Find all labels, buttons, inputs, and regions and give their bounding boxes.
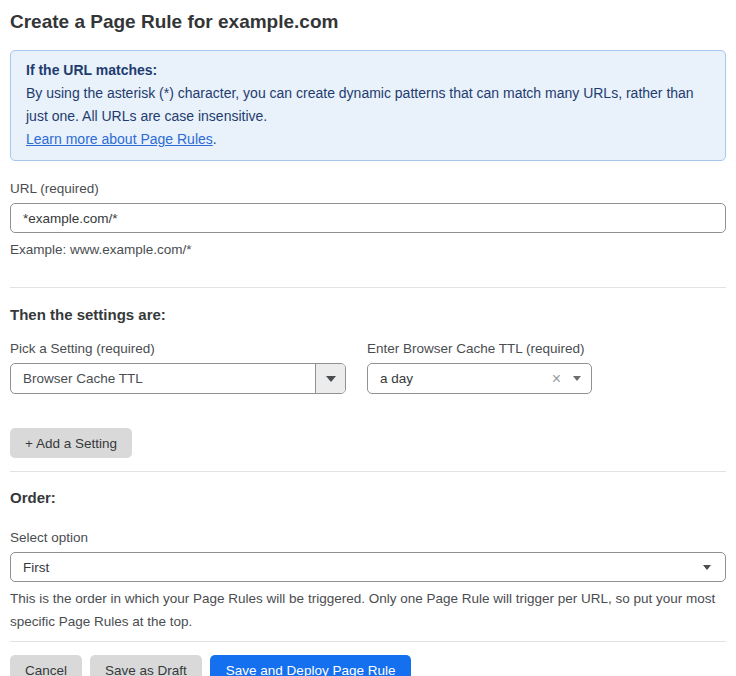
ttl-value: a day <box>380 371 552 386</box>
order-select[interactable]: First <box>10 552 726 582</box>
info-box-link-line: Learn more about Page Rules. <box>26 128 710 151</box>
learn-more-link[interactable]: Learn more about Page Rules <box>26 131 213 147</box>
order-helper-text: This is the order in which your Page Rul… <box>10 587 726 633</box>
pick-setting-select[interactable]: Browser Cache TTL <box>10 363 346 394</box>
url-input[interactable] <box>10 203 726 233</box>
url-matches-info-box: If the URL matches: By using the asteris… <box>10 50 726 161</box>
chevron-down-icon[interactable] <box>573 376 581 381</box>
save-and-deploy-button[interactable]: Save and Deploy Page Rule <box>210 655 412 676</box>
chevron-down-icon <box>703 565 711 570</box>
footer-button-row: Cancel Save as Draft Save and Deploy Pag… <box>10 655 726 676</box>
order-section-heading: Order: <box>10 489 726 506</box>
info-box-body: By using the asterisk (*) character, you… <box>26 82 710 128</box>
order-select-label: Select option <box>10 530 726 545</box>
section-divider <box>10 287 726 288</box>
pick-setting-value: Browser Cache TTL <box>11 364 315 393</box>
page-title: Create a Page Rule for example.com <box>10 10 726 34</box>
url-helper-text: Example: www.example.com/* <box>10 238 726 261</box>
url-field-label: URL (required) <box>10 181 726 196</box>
ttl-combobox[interactable]: a day × <box>367 363 592 394</box>
pick-setting-arrow-segment[interactable] <box>315 364 345 393</box>
cancel-button[interactable]: Cancel <box>10 655 82 676</box>
chevron-down-icon <box>326 376 336 382</box>
clear-icon[interactable]: × <box>552 371 561 387</box>
info-box-heading: If the URL matches: <box>26 59 710 82</box>
add-setting-button[interactable]: + Add a Setting <box>10 428 132 458</box>
save-as-draft-button[interactable]: Save as Draft <box>90 655 202 676</box>
link-period: . <box>213 131 217 147</box>
section-divider <box>10 471 726 472</box>
pick-setting-label: Pick a Setting (required) <box>10 341 367 356</box>
footer-divider <box>10 641 726 642</box>
settings-section-heading: Then the settings are: <box>10 306 726 323</box>
ttl-label: Enter Browser Cache TTL (required) <box>367 341 585 356</box>
order-select-value: First <box>23 560 703 575</box>
